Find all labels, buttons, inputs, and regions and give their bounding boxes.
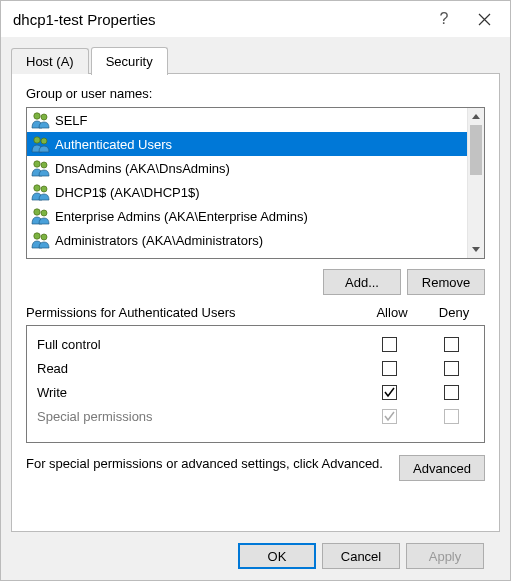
list-item[interactable]: Enterprise Admins (AKA\Enterprise Admins… — [27, 204, 467, 228]
help-button[interactable]: ? — [424, 4, 464, 34]
deny-checkbox[interactable] — [444, 361, 459, 376]
allow-checkbox[interactable] — [382, 385, 397, 400]
permissions-box: Full control Read Write Special permissi… — [26, 325, 485, 443]
close-icon — [478, 13, 491, 26]
svg-point-8 — [34, 209, 40, 215]
list-item-label: DHCP1$ (AKA\DHCP1$) — [55, 185, 200, 200]
svg-point-5 — [41, 162, 47, 168]
list-item-label: DnsAdmins (AKA\DnsAdmins) — [55, 161, 230, 176]
scrollbar[interactable] — [467, 108, 484, 258]
deny-col-header: Deny — [423, 305, 485, 320]
ok-button[interactable]: OK — [238, 543, 316, 569]
perm-name: Read — [37, 361, 358, 376]
add-button[interactable]: Add... — [323, 269, 401, 295]
users-icon — [31, 159, 51, 177]
list-item[interactable]: Administrators (AKA\Administrators) — [27, 228, 467, 252]
advanced-button[interactable]: Advanced — [399, 455, 485, 481]
users-icon — [31, 183, 51, 201]
perm-row: Read — [37, 356, 482, 380]
list-item-label: SELF — [55, 113, 88, 128]
perm-row: Special permissions — [37, 404, 482, 428]
list-item-label: Authenticated Users — [55, 137, 172, 152]
deny-checkbox[interactable] — [444, 337, 459, 352]
deny-checkbox[interactable] — [444, 385, 459, 400]
perm-row: Write — [37, 380, 482, 404]
permissions-label: Permissions for Authenticated Users — [26, 305, 361, 320]
cancel-button[interactable]: Cancel — [322, 543, 400, 569]
allow-checkbox[interactable] — [382, 337, 397, 352]
list-item[interactable]: SELF — [27, 108, 467, 132]
svg-point-11 — [41, 234, 47, 240]
svg-point-7 — [41, 186, 47, 192]
checkmark-icon — [384, 387, 395, 398]
remove-button[interactable]: Remove — [407, 269, 485, 295]
dialog-buttons: OK Cancel Apply — [11, 532, 500, 580]
checkmark-icon — [384, 411, 395, 422]
tab-host[interactable]: Host (A) — [11, 48, 89, 74]
users-icon — [31, 207, 51, 225]
permissions-header: Permissions for Authenticated Users Allo… — [26, 305, 485, 320]
scroll-track[interactable] — [468, 125, 484, 241]
scroll-up-button[interactable] — [468, 108, 484, 125]
chevron-down-icon — [472, 247, 480, 252]
list-item-label: Enterprise Admins (AKA\Enterprise Admins… — [55, 209, 308, 224]
svg-point-9 — [41, 210, 47, 216]
window-title: dhcp1-test Properties — [13, 11, 424, 28]
svg-point-4 — [34, 161, 40, 167]
tab-security[interactable]: Security — [91, 47, 168, 75]
scroll-down-button[interactable] — [468, 241, 484, 258]
groups-listbox[interactable]: SELF Authenticated Users DnsAdmins (AKA\… — [26, 107, 485, 259]
svg-point-2 — [34, 137, 40, 143]
users-icon — [31, 111, 51, 129]
apply-button[interactable]: Apply — [406, 543, 484, 569]
users-icon — [31, 135, 51, 153]
properties-dialog: dhcp1-test Properties ? Host (A) Securit… — [0, 0, 511, 581]
tab-strip: Host (A) Security — [11, 42, 500, 74]
svg-point-10 — [34, 233, 40, 239]
svg-point-3 — [41, 138, 47, 144]
allow-checkbox[interactable] — [382, 361, 397, 376]
list-item[interactable]: DHCP1$ (AKA\DHCP1$) — [27, 180, 467, 204]
groups-buttons: Add... Remove — [26, 269, 485, 295]
security-panel: Group or user names: SELF Authenticated … — [11, 73, 500, 532]
groups-list-inner: SELF Authenticated Users DnsAdmins (AKA\… — [27, 108, 467, 258]
perm-name: Write — [37, 385, 358, 400]
scroll-thumb[interactable] — [470, 125, 482, 175]
advanced-text: For special permissions or advanced sett… — [26, 455, 389, 473]
allow-checkbox — [382, 409, 397, 424]
deny-checkbox — [444, 409, 459, 424]
advanced-row: For special permissions or advanced sett… — [26, 455, 485, 491]
close-button[interactable] — [464, 4, 504, 34]
titlebar: dhcp1-test Properties ? — [1, 1, 510, 37]
svg-point-6 — [34, 185, 40, 191]
svg-point-0 — [34, 113, 40, 119]
svg-point-1 — [41, 114, 47, 120]
perm-row: Full control — [37, 332, 482, 356]
perm-name: Special permissions — [37, 409, 358, 424]
list-item[interactable]: DnsAdmins (AKA\DnsAdmins) — [27, 156, 467, 180]
users-icon — [31, 231, 51, 249]
chevron-up-icon — [472, 114, 480, 119]
perm-name: Full control — [37, 337, 358, 352]
groups-label: Group or user names: — [26, 86, 485, 101]
allow-col-header: Allow — [361, 305, 423, 320]
list-item-label: Administrators (AKA\Administrators) — [55, 233, 263, 248]
dialog-body: Host (A) Security Group or user names: S… — [1, 37, 510, 580]
list-item[interactable]: Authenticated Users — [27, 132, 467, 156]
